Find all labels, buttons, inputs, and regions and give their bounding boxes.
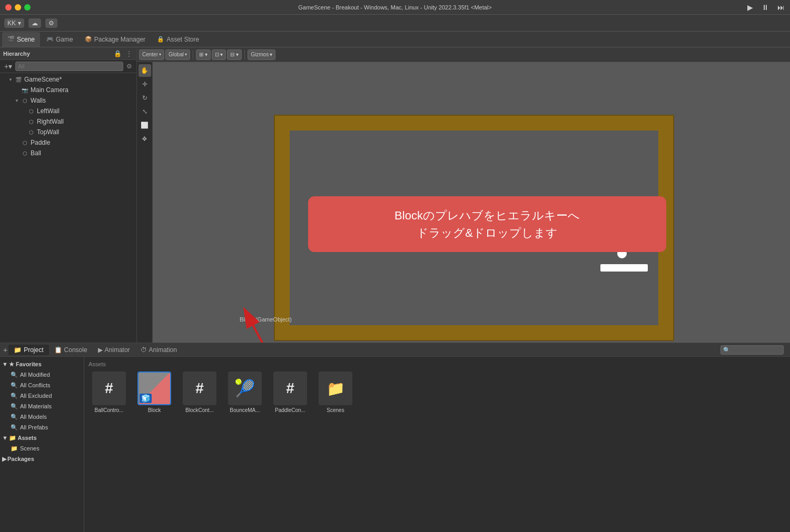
scale-tool-btn[interactable]: ⤡ [139,105,151,118]
hierarchy-item-ball[interactable]: ⬡ Ball [0,148,136,158]
tab-animation[interactable]: ⏱ Animation [135,345,182,355]
global-arrow-icon: ▾ [185,52,187,57]
ball-icon: ⬡ [21,149,28,157]
center-button[interactable]: Center ▾ [139,49,164,60]
minimize-button[interactable] [15,4,21,11]
tab-animator[interactable]: ▶ Animator [93,345,135,355]
rightwall-label: RightWall [37,118,64,125]
maximize-button[interactable] [24,4,31,11]
close-button[interactable] [5,4,12,11]
sidebar-item-all-conflicts[interactable]: 🔍 All Conflicts [0,380,84,390]
settings-button[interactable]: ⚙ [45,18,57,28]
sidebar-item-all-modified[interactable]: 🔍 All Modified [0,369,84,380]
tab-game[interactable]: 🎮 Game [41,32,78,47]
rotate-tool-btn[interactable]: ↻ [139,92,151,104]
block-preview: 🧊 [139,373,170,404]
hierarchy-more-btn[interactable]: ⋮ [125,50,133,57]
all-excluded-label: All Excluded [20,393,52,399]
center-label: Center [142,52,158,57]
sidebar-item-all-materials[interactable]: 🔍 All Materials [0,401,84,411]
search-icon-materials: 🔍 [11,403,18,410]
tab-project[interactable]: 📁 Project [8,345,48,355]
assets-grid: # BallContro... 🧊 Block [88,372,786,413]
step-button[interactable]: ⏭ [777,3,785,12]
favorites-group[interactable]: ▼ ★ Favorites [0,359,84,369]
gizmos-text: Gizmos [251,52,269,57]
scene-icon: 🎬 [15,76,22,83]
account-button[interactable]: KK ▾ [4,18,24,28]
sidebar-item-all-prefabs[interactable]: 🔍 All Prefabs [0,422,84,433]
scene-paddle [600,264,648,272]
scene-tab-icon: 🎬 [7,36,15,43]
sidebar-item-scenes[interactable]: 📁 Scenes [0,443,84,454]
scene-view[interactable]: 📷 Block (GameObject) Blockのプレハブをヒエラルキーへ … [153,62,790,343]
asset-bouncema[interactable]: 🎾 BounceMA... [224,372,265,413]
hierarchy-search-input[interactable] [15,62,123,71]
hierarchy-content: ▼ 🎬 GameScene* 📷 Main Camera ▼ ⬡ Walls [0,73,136,343]
paddlecon-label: PaddleCon... [275,407,305,413]
asset-block[interactable]: 🧊 Block [134,372,175,413]
chevron-down-icon: ▾ [18,19,21,27]
hand-tool-btn[interactable]: ✋ [139,64,151,77]
global-button[interactable]: Global ▾ [165,49,190,60]
scene-ball [617,249,627,258]
search-icon-models: 🔍 [11,414,18,420]
view-button[interactable]: ⊡ ▾ [212,49,226,60]
play-button[interactable]: ▶ [747,3,753,12]
favorites-label: ★ Favorites [9,361,42,368]
project-search-input[interactable] [720,345,784,355]
hierarchy-item-maincamera[interactable]: 📷 Main Camera [0,85,136,95]
tab-package-manager[interactable]: 📦 Package Manager [80,32,151,47]
asset-paddlecon[interactable]: # PaddleCon... [270,372,311,413]
bottom-content: ▼ ★ Favorites 🔍 All Modified 🔍 All Confl… [0,357,790,532]
hierarchy-search-bar: +▾ ⚙ [0,60,136,73]
sidebar-item-all-models[interactable]: 🔍 All Models [0,411,84,422]
hierarchy-lock-btn[interactable]: 🔒 [113,50,123,57]
asset-tab-label: Asset Store [166,36,199,43]
asset-scenes[interactable]: 📁 Scenes [315,372,356,413]
gizmos-button[interactable]: ⊞ ▾ [196,49,211,60]
hierarchy-item-leftwall[interactable]: ⬡ LeftWall [0,106,136,116]
tab-scene[interactable]: 🎬 Scene [2,32,40,47]
grid-button[interactable]: ⊟ ▾ [227,49,242,60]
gizmos-label[interactable]: Gizmos ▾ [248,49,275,60]
package-tab-icon: 📦 [85,36,92,43]
hierarchy-item-topwall[interactable]: ⬡ TopWall [0,127,136,137]
hierarchy-item-rightwall[interactable]: ⬡ RightWall [0,116,136,127]
hierarchy-item-gamescene[interactable]: ▼ 🎬 GameScene* [0,74,136,85]
scene-tab-label: Scene [17,36,35,43]
main-area: 🎬 Scene 🎮 Game 📦 Package Manager 🔒 Asset… [0,32,790,532]
hierarchy-item-walls[interactable]: ▼ ⬡ Walls [0,95,136,106]
rect-tool-btn[interactable]: ⬜ [139,119,151,132]
center-arrow-icon: ▾ [159,52,161,57]
bottom-area: + 📁 Project 📋 Console ▶ Animator ⏱ Anima… [0,343,790,532]
packages-group[interactable]: ▶ Packages [0,454,84,464]
assets-group[interactable]: ▼ 📁 Assets [0,433,84,443]
asset-blockcont[interactable]: # BlockCont... [179,372,220,413]
move-tool-btn[interactable]: ✛ [139,78,151,91]
leftwall-icon: ⬡ [27,107,35,115]
game-tab-icon: 🎮 [46,36,54,43]
folder-icon: 📁 [327,380,345,397]
sidebar-item-all-excluded[interactable]: 🔍 All Excluded [0,390,84,401]
pause-button[interactable]: ⏸ [762,3,769,12]
ballcontrol-icon: # [92,372,126,405]
walls-label: Walls [31,97,46,104]
bottom-add-btn[interactable]: + [2,346,8,354]
asset-ballcontrol[interactable]: # BallContro... [88,372,130,413]
traffic-lights[interactable] [5,4,31,11]
transform-tool-btn[interactable]: ❖ [139,133,151,145]
walls-arrow-icon: ▼ [15,98,20,103]
global-label: Global [169,52,184,57]
tab-asset-store[interactable]: 🔒 Asset Store [152,32,204,47]
middle-area: ✋ ✛ ↻ ⤡ ⬜ ❖ 📷 [137,62,790,343]
hierarchy-panel: Hierarchy 🔒 ⋮ +▾ ⚙ ▼ 🎬 GameScene* [0,47,137,343]
hierarchy-add-btn[interactable]: +▾ [3,62,13,71]
paddle-icon: ⬡ [21,139,28,146]
hierarchy-search-icon[interactable]: ⚙ [125,63,133,70]
all-materials-label: All Materials [20,403,52,409]
package-tab-label: Package Manager [94,36,145,43]
tab-console[interactable]: 📋 Console [49,345,93,355]
cloud-button[interactable]: ☁ [28,18,41,28]
hierarchy-item-paddle[interactable]: ⬡ Paddle [0,137,136,148]
